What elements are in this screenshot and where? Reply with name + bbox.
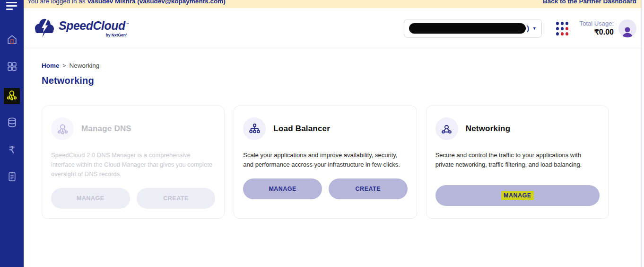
card-title: Networking bbox=[466, 124, 511, 134]
networking-manage-button[interactable]: MANAGE bbox=[435, 185, 600, 206]
brand-name: SpeedCloud™ bbox=[59, 20, 129, 32]
sidebar-nav: ₹ bbox=[0, 34, 24, 198]
networking-icon bbox=[6, 89, 18, 103]
card-networking: Networking Secure and control the traffi… bbox=[426, 106, 609, 219]
page-title: Networking bbox=[42, 75, 609, 86]
cloud-bolt-icon bbox=[33, 17, 55, 40]
apps-icon bbox=[6, 61, 18, 74]
manage-dns-create-button[interactable]: CREATE bbox=[137, 188, 216, 209]
person-icon bbox=[620, 25, 635, 37]
user-avatar[interactable] bbox=[618, 19, 636, 37]
card-title: Manage DNS bbox=[81, 124, 131, 134]
chevron-down-icon: ▼ bbox=[532, 26, 537, 31]
account-suffix: ) bbox=[527, 25, 529, 32]
brand-byline: by NxtGen’ bbox=[105, 33, 127, 37]
networking-nodes-icon bbox=[435, 117, 458, 140]
total-usage-label: Total Usage: bbox=[580, 20, 614, 27]
app-header: SpeedCloud™ by NxtGen’ ) ▼ Total Usage: … bbox=[24, 8, 641, 49]
breadcrumb-current: Neworking bbox=[70, 62, 100, 69]
logged-in-user: Vasudev Mishra (vasudev@kopayments.com) bbox=[87, 0, 225, 5]
sidebar-item-tasks[interactable] bbox=[4, 171, 20, 183]
back-to-partner-dashboard-link[interactable]: Back to the Partner Dashboard bbox=[543, 0, 636, 5]
apps-launcher-icon[interactable] bbox=[556, 22, 568, 36]
sidebar-item-home[interactable] bbox=[4, 34, 20, 46]
account-dropdown[interactable]: ) ▼ bbox=[404, 19, 542, 38]
sidebar-item-billing[interactable]: ₹ bbox=[4, 144, 20, 156]
clipboard-icon bbox=[6, 170, 18, 184]
breadcrumb: Home > Neworking bbox=[42, 62, 609, 69]
load-balancer-manage-button[interactable]: MANAGE bbox=[243, 178, 322, 199]
sidebar-item-apps[interactable] bbox=[4, 61, 20, 73]
highlighted-label: MANAGE bbox=[501, 191, 534, 200]
home-icon bbox=[6, 34, 18, 47]
vertical-scrollbar[interactable] bbox=[641, 0, 644, 267]
breadcrumb-home-link[interactable]: Home bbox=[42, 62, 60, 69]
sidebar-item-networking[interactable] bbox=[4, 88, 20, 104]
breadcrumb-separator: > bbox=[63, 62, 66, 69]
manage-dns-manage-button[interactable]: MANAGE bbox=[51, 188, 130, 209]
card-description: SpeedCloud 2.0 DNS Manager is a comprehe… bbox=[51, 151, 215, 179]
card-description: Scale your applications and improve avai… bbox=[243, 151, 407, 169]
sidebar: ₹ bbox=[0, 0, 24, 267]
rupee-billing-icon: ₹ bbox=[9, 145, 15, 155]
card-description: Secure and control the traffic to your a… bbox=[435, 151, 600, 169]
load-balancer-icon bbox=[243, 117, 266, 140]
login-notice-bar: You are logged in as Vasudev Mishra (vas… bbox=[24, 0, 641, 8]
sidebar-item-databases[interactable] bbox=[4, 117, 20, 129]
redacted-account-name bbox=[409, 23, 526, 34]
logged-in-text: You are logged in as Vasudev Mishra (vas… bbox=[27, 0, 226, 5]
total-usage-value: ₹0.00 bbox=[580, 27, 614, 37]
dns-network-icon bbox=[51, 117, 74, 140]
card-load-balancer: Load Balancer Scale your applications an… bbox=[234, 106, 417, 219]
card-title: Load Balancer bbox=[273, 124, 330, 134]
load-balancer-create-button[interactable]: CREATE bbox=[329, 178, 408, 199]
speedcloud-logo[interactable]: SpeedCloud™ by NxtGen’ bbox=[33, 17, 129, 40]
card-manage-dns: Manage DNS SpeedCloud 2.0 DNS Manager is… bbox=[42, 106, 225, 219]
main-content: Home > Neworking Networking Manage DNS S… bbox=[24, 49, 641, 267]
service-cards: Manage DNS SpeedCloud 2.0 DNS Manager is… bbox=[42, 106, 609, 219]
hamburger-menu-icon[interactable] bbox=[0, 0, 24, 13]
total-usage: Total Usage: ₹0.00 bbox=[580, 20, 614, 37]
database-icon bbox=[6, 116, 18, 130]
